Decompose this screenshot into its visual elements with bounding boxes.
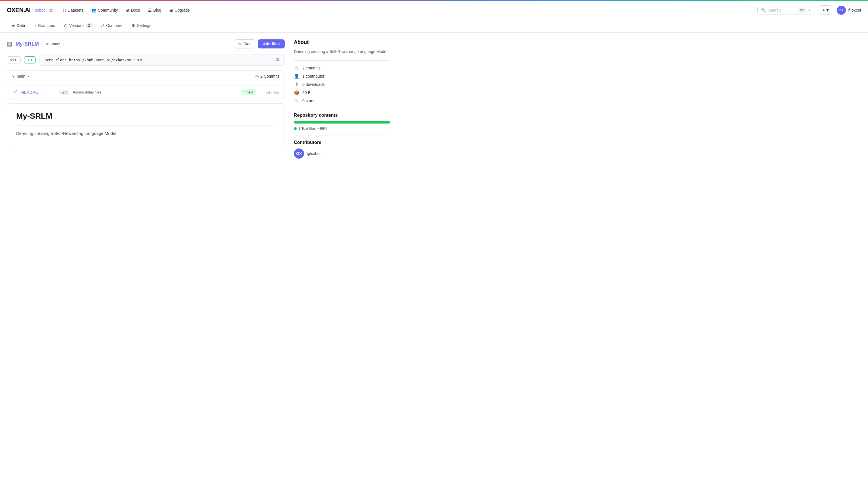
nav-docs[interactable]: ◉ Docs [123, 6, 143, 14]
docs-icon: ◉ [126, 8, 129, 13]
star-button[interactable]: ☆ Star [234, 39, 255, 48]
visibility-badge: 👁 Public [42, 41, 63, 47]
logo[interactable]: OXEN.AI [7, 6, 31, 14]
file-commit-message: Adding initial files [73, 90, 238, 94]
user-label: @oxbot [848, 8, 861, 13]
stat-contributors: 👤 1 contributor [294, 73, 390, 79]
repo-contents-legend: 1 Text files > 99% [294, 126, 390, 131]
contributors-title: Contributors [294, 140, 390, 145]
compare-tab-icon: ⇄ [101, 23, 104, 28]
clone-command-area: oxen clone https://hub.oxen.ai/oxbot/My-… [39, 54, 285, 66]
legend-dot [294, 127, 297, 130]
user-avatar-button[interactable]: OX @oxbot [837, 6, 861, 15]
sidebar-divider-2 [294, 108, 390, 108]
stat-downloads: ⬇ 0 downloads [294, 82, 390, 87]
repo-header: ▦ My-SRLM 👁 Public ☆ Star Add files [7, 39, 285, 48]
file-timestamp: just now [260, 90, 279, 94]
repo-type-icon: ▦ [7, 41, 12, 47]
clone-info-row: 59 B T 1 oxen clone https://hub.oxen.ai/… [7, 54, 285, 66]
readme-description: Demoing creating a Self-Rewarding Langua… [16, 130, 276, 137]
file-type-icon: T [244, 90, 246, 94]
sub-nav: ☰ Data ⑂ Branches ◷ Versions 2 ⇄ Compare… [0, 19, 868, 33]
branch-chevron-icon: ▾ [27, 74, 29, 78]
main-content: ▦ My-SRLM 👁 Public ☆ Star Add files 59 B… [0, 33, 397, 166]
upgrade-icon: ▣ [169, 8, 173, 13]
tab-data[interactable]: ☰ Data [7, 19, 30, 32]
files-table: 📄 README.... 59 b Adding initial files T… [7, 86, 285, 99]
contributor-row: OX @oxbot [294, 148, 390, 159]
readme-divider [16, 125, 276, 126]
repo-area: ▦ My-SRLM 👁 Public ☆ Star Add files 59 B… [7, 39, 285, 159]
star-icon: ☆ [238, 42, 242, 46]
eye-icon: 👁 [45, 42, 49, 46]
tab-versions[interactable]: ◷ Versions 2 [60, 19, 97, 32]
repo-actions: ☆ Star Add files [234, 39, 285, 48]
blog-icon: ☰ [148, 8, 152, 13]
commits-link[interactable]: ◷ 2 Commits [255, 74, 279, 79]
clone-command: oxen clone https://hub.oxen.ai/oxbot/My-… [39, 54, 285, 66]
file-type-badge: T text [241, 89, 256, 95]
plus-icon: + [822, 8, 825, 13]
avatar: OX [837, 6, 846, 15]
tab-settings[interactable]: ⚙ Settings [127, 19, 156, 32]
search-shortcut: ⌘K [798, 8, 806, 13]
data-tab-icon: ☰ [11, 23, 15, 28]
header: OXEN.AI oxbot / ⧉ ◎ Datasets 👥 Community… [0, 1, 868, 19]
file-size-badge: 59 b [59, 90, 69, 95]
branch-selector[interactable]: ⑂ main ▾ [12, 74, 29, 79]
clone-copy-icon[interactable]: ⧉ [276, 57, 279, 63]
tab-compare[interactable]: ⇄ Compare [97, 19, 127, 32]
nav-datasets[interactable]: ◎ Datasets [59, 6, 87, 14]
contributors-stat-icon: 👤 [294, 73, 300, 79]
sidebar-divider-1 [294, 60, 390, 61]
commits-stat-icon: ◷ [294, 65, 300, 70]
community-icon: 👥 [91, 8, 96, 13]
datasets-icon: ◎ [63, 8, 66, 13]
sidebar-description: Demoing creating a Self-Rewarding Langua… [294, 49, 390, 55]
nav-community[interactable]: 👥 Community [88, 6, 121, 14]
versions-tab-icon: ◷ [64, 23, 67, 28]
text-type-icon: T [27, 58, 29, 62]
about-title: About [294, 39, 390, 45]
breadcrumb-user-link[interactable]: oxbot [35, 8, 44, 13]
tab-branches[interactable]: ⑂ Branches [30, 19, 60, 32]
breadcrumb-separator: / [46, 8, 48, 13]
contributors-section: Contributors OX @oxbot [294, 140, 390, 159]
header-nav: ◎ Datasets 👥 Community ◉ Docs ☰ Blog ▣ U… [59, 6, 194, 14]
sidebar-divider-3 [294, 135, 390, 135]
search-placeholder: Search [768, 8, 781, 13]
commits-icon: ◷ [255, 74, 259, 79]
settings-tab-icon: ⚙ [132, 23, 135, 28]
downloads-stat-icon: ⬇ [294, 82, 300, 87]
repo-title-area: ▦ My-SRLM 👁 Public [7, 41, 63, 47]
repo-contents-bar [294, 121, 390, 124]
repo-name-link[interactable]: My-SRLM [16, 41, 39, 47]
search-chevron-icon: ▾ [808, 8, 810, 13]
branch-icon: ⑂ [12, 74, 15, 79]
stat-stars: ☆ 0 stars [294, 98, 390, 103]
nav-upgrade[interactable]: ▣ Upgrade [166, 6, 194, 14]
search-bar[interactable]: 🔍 Search ⌘K ▾ [758, 6, 814, 15]
branch-bar: ⑂ main ▾ ◷ 2 Commits [7, 70, 285, 82]
readme-title: My-SRLM [16, 112, 276, 121]
size-badge: 59 B [7, 57, 21, 63]
file-icon: 📄 [12, 89, 18, 95]
file-name-link[interactable]: README.... [21, 90, 55, 94]
search-icon: 🔍 [761, 8, 766, 13]
sidebar-stats: ◷ 2 commits 👤 1 contributor ⬇ 0 download… [294, 65, 390, 103]
copy-icon[interactable]: ⧉ [49, 8, 53, 13]
stat-commits: ◷ 2 commits [294, 65, 390, 70]
versions-badge: 2 [86, 23, 92, 28]
readme-box: My-SRLM Demoing creating a Self-Rewardin… [7, 103, 285, 145]
nav-blog[interactable]: ☰ Blog [145, 6, 165, 14]
create-button[interactable]: + ▾ [819, 5, 832, 15]
breadcrumb: oxbot / ⧉ [35, 8, 52, 13]
table-row: 📄 README.... 59 b Adding initial files T… [7, 86, 284, 99]
contributor-avatar: OX [294, 148, 304, 159]
stat-size: 📦 59 B [294, 90, 390, 95]
add-files-button[interactable]: Add files [258, 39, 285, 48]
plus-chevron-icon: ▾ [826, 7, 829, 13]
stars-stat-icon: ☆ [294, 98, 300, 103]
size-stat-icon: 📦 [294, 90, 300, 95]
contributor-name: @oxbot [307, 151, 321, 156]
